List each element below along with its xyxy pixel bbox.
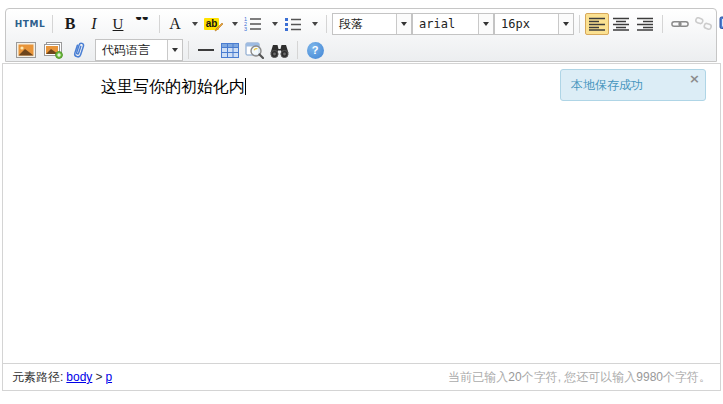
paperclip-icon: [72, 41, 86, 59]
blockquote-button[interactable]: “: [130, 13, 154, 35]
editor-container: 这里写你的初始化内 本地保存成功 × 元素路径: body > p 当前已输入2…: [2, 63, 721, 391]
bold-button[interactable]: B: [58, 13, 82, 35]
toolbar-separator: [188, 41, 189, 59]
ueditor-window: HTML B I U “ A: [0, 0, 723, 404]
insert-image-button[interactable]: [13, 39, 39, 61]
horizontal-rule-button[interactable]: [194, 39, 218, 61]
chevron-down-icon: [563, 22, 569, 26]
font-color-dropdown-arrow[interactable]: [185, 13, 201, 35]
attachment-button[interactable]: [67, 39, 91, 61]
highlight-icon: ab: [204, 17, 222, 31]
align-center-icon: [612, 17, 630, 31]
unordered-list-button[interactable]: [281, 13, 305, 35]
text-highlight-button[interactable]: ab: [201, 13, 225, 35]
source-code-button[interactable]: HTML: [13, 13, 47, 35]
align-left-icon: [588, 17, 606, 31]
fullscreen-button[interactable]: [716, 13, 723, 35]
svg-text:3: 3: [244, 26, 247, 32]
combo-arrow-button[interactable]: [167, 40, 182, 60]
path-node-body[interactable]: body: [66, 370, 92, 384]
font-size-select[interactable]: 16px: [494, 13, 574, 35]
help-icon: ?: [307, 42, 324, 59]
word-count: 当前已输入20个字符, 您还可以输入9980个字符。: [448, 369, 711, 386]
image-icon: [16, 42, 36, 58]
save-notification: 本地保存成功 ×: [560, 69, 706, 101]
toolbar-separator: [52, 15, 53, 33]
element-path: 元素路径: body > p: [12, 369, 112, 386]
find-replace-button[interactable]: [267, 39, 292, 61]
remaining-count: 9980: [636, 370, 663, 384]
unordered-list-dropdown-arrow[interactable]: [305, 13, 321, 35]
toolbar-separator: [662, 15, 663, 33]
chevron-down-icon: [172, 48, 178, 52]
preview-icon: [245, 42, 264, 59]
italic-button[interactable]: I: [82, 13, 106, 35]
toolbar-separator: [579, 15, 580, 33]
unordered-list-icon: [284, 16, 302, 32]
help-button[interactable]: ?: [303, 39, 327, 61]
preview-button[interactable]: [242, 39, 267, 61]
ordered-list-button[interactable]: 1 2 3: [241, 13, 265, 35]
align-right-button[interactable]: [633, 13, 657, 35]
remove-link-button[interactable]: [692, 13, 716, 35]
quote-icon: “: [135, 17, 150, 31]
toolbar-row-2: 代码语言: [6, 37, 716, 63]
code-language-select[interactable]: 代码语言: [95, 39, 183, 61]
font-family-select[interactable]: arial: [412, 13, 494, 35]
underline-button[interactable]: U: [106, 13, 130, 35]
source-code-label: HTML: [15, 19, 45, 29]
entered-count: 20: [508, 370, 521, 384]
pencil-icon: [214, 22, 224, 32]
paragraph-format-select[interactable]: 段落: [332, 13, 412, 35]
toolbar-row-1: HTML B I U “ A: [6, 11, 716, 37]
editor-body[interactable]: 这里写你的初始化内: [3, 64, 720, 363]
chevron-down-icon: [483, 22, 489, 26]
path-node-p[interactable]: p: [105, 370, 112, 384]
table-icon: [221, 43, 239, 58]
chevron-down-icon: [312, 22, 318, 26]
close-icon[interactable]: ×: [689, 72, 700, 85]
screen-icon: [719, 16, 723, 33]
status-bar: 元素路径: body > p 当前已输入20个字符, 您还可以输入9980个字符…: [3, 363, 720, 390]
text-cursor: [245, 78, 246, 95]
insert-table-button[interactable]: [218, 39, 242, 61]
align-right-icon: [636, 17, 654, 31]
combo-arrow-button[interactable]: [558, 14, 573, 34]
toolbar-separator: [297, 41, 298, 59]
ordered-list-icon: 1 2 3: [244, 16, 262, 32]
multi-image-button[interactable]: [39, 39, 67, 61]
toolbar-separator: [159, 15, 160, 33]
align-center-button[interactable]: [609, 13, 633, 35]
path-separator: >: [95, 370, 102, 384]
binoculars-icon: [270, 43, 289, 58]
insert-link-button[interactable]: [668, 13, 692, 35]
element-path-label: 元素路径:: [12, 369, 63, 386]
horizontal-rule-icon: [198, 49, 214, 51]
chevron-down-icon: [192, 22, 198, 26]
align-left-button[interactable]: [585, 13, 609, 35]
chevron-down-icon: [232, 22, 238, 26]
notification-message: 本地保存成功: [571, 78, 643, 92]
chevron-down-icon: [272, 22, 278, 26]
editor-text: 这里写你的初始化内: [101, 78, 245, 95]
editor-toolbar: HTML B I U “ A: [5, 8, 717, 62]
combo-arrow-button[interactable]: [396, 14, 411, 34]
combo-arrow-button[interactable]: [478, 14, 493, 34]
text-highlight-dropdown-arrow[interactable]: [225, 13, 241, 35]
link-icon: [671, 18, 689, 30]
multi-image-icon: [42, 42, 64, 59]
ordered-list-dropdown-arrow[interactable]: [265, 13, 281, 35]
unlink-icon: [695, 17, 713, 31]
chevron-down-icon: [401, 22, 407, 26]
font-color-button[interactable]: A: [165, 13, 185, 35]
toolbar-separator: [326, 15, 327, 33]
